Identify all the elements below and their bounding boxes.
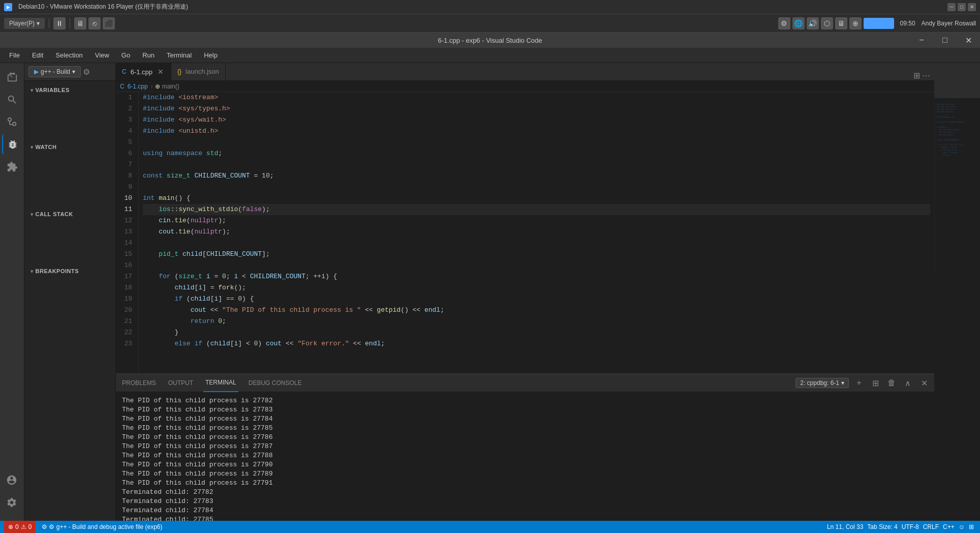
code-line-2: #include <sys/types.h> (143, 103, 930, 114)
vmware-usb-icon[interactable]: ⬡ (821, 17, 833, 29)
callstack-section-title[interactable]: ▾ CALL STACK (26, 209, 113, 219)
warning-count: 0 (28, 523, 32, 530)
menu-go[interactable]: Go (116, 49, 135, 61)
status-smiley[interactable]: ☺ (957, 521, 967, 533)
terminal-line-10: The PID of this child process is 27791 (122, 479, 928, 488)
tab-debug-console[interactable]: DEBUG CONSOLE (247, 374, 304, 392)
status-encoding[interactable]: UTF-8 (900, 521, 921, 533)
vmware-display-icon[interactable]: 🖥 (835, 17, 847, 29)
tab-cpp-close[interactable]: ✕ (157, 68, 165, 76)
tab-output[interactable]: OUTPUT (166, 374, 195, 392)
menu-view[interactable]: View (90, 49, 114, 61)
menu-help[interactable]: Help (199, 49, 223, 61)
status-language[interactable]: C++ (941, 521, 957, 533)
status-build[interactable]: ⚙ ⚙ g++ - Build and debug active file (e… (40, 521, 164, 533)
ln-17: 17 (120, 271, 134, 282)
menu-terminal[interactable]: Terminal (162, 49, 197, 61)
vscode-close-button[interactable]: ✕ (957, 33, 980, 48)
debug-sidebar: ▶ g++ - Build ▾ ⚙ ▾ VARIABLES ▾ WATCH (24, 63, 116, 521)
ln-21: 21 (120, 316, 134, 327)
activity-settings[interactable] (2, 492, 22, 513)
vscode-body: ▶ g++ - Build ▾ ⚙ ▾ VARIABLES ▾ WATCH (0, 63, 980, 521)
vmware-maximize[interactable]: □ (958, 3, 966, 11)
breakpoints-label: BREAKPOINTS (36, 268, 79, 274)
activity-extensions[interactable] (2, 157, 22, 177)
menu-selection[interactable]: Selection (50, 49, 87, 61)
vscode-maximize-button[interactable]: □ (933, 33, 957, 48)
code-line-10: int main() { (143, 193, 930, 204)
tab-problems[interactable]: PROBLEMS (120, 374, 158, 392)
gear-status-icon: ⚙ (42, 523, 47, 530)
status-lineending[interactable]: CRLF (921, 521, 941, 533)
vmware-extra-icon[interactable]: ⊕ (849, 17, 862, 29)
status-remote[interactable]: ⊞ (967, 521, 976, 533)
terminal-add-button[interactable]: + (853, 377, 865, 389)
play-icon: ▶ (34, 68, 39, 75)
code-line-1: #include <iostream> (143, 92, 930, 103)
vscode-title: 6-1.cpp - exp6 - Visual Studio Code (438, 37, 542, 44)
more-actions-icon[interactable]: ⋯ (922, 71, 930, 80)
split-editor-icon[interactable]: ⊞ (913, 71, 920, 80)
terminal-trash-button[interactable]: 🗑 (885, 377, 898, 389)
menu-run[interactable]: Run (137, 49, 160, 61)
tabsize-label: Tab Size: 4 (867, 523, 897, 530)
ln-8: 8 (120, 170, 134, 182)
activity-source-control[interactable] (2, 112, 22, 132)
code-line-15: pid_t child[CHILDREN_COUNT]; (143, 249, 930, 260)
terminal-close-button[interactable]: ✕ (918, 377, 930, 389)
full-screen: ▶ Debian10 - VMware Workstation 16 Playe… (0, 0, 980, 533)
vmware-minimize[interactable]: ─ (947, 3, 956, 11)
terminal-selector[interactable]: 2: cppdbg: 6-1 ▾ (795, 378, 849, 388)
menu-file[interactable]: File (4, 49, 25, 61)
activity-account[interactable] (2, 470, 22, 490)
menu-edit[interactable]: Edit (27, 49, 48, 61)
status-errors[interactable]: ⊗ 0 ⚠ 0 (4, 521, 36, 533)
terminal-line-9: The PID of this child process is 27789 (122, 469, 928, 479)
editor-tabs: C 6-1.cpp ✕ {} launch.json ⊞ ⋯ (116, 63, 934, 81)
vmware-network-icon[interactable]: 🌐 (792, 17, 805, 29)
tab-terminal[interactable]: TERMINAL (203, 374, 238, 392)
terminal-line-14: Terminated child: 27785 (122, 515, 928, 521)
vmware-close[interactable]: ✕ (968, 3, 976, 11)
vmware-settings-icon[interactable]: ⚙ (778, 17, 790, 29)
vscode-minimize-button[interactable]: − (910, 33, 933, 48)
vmware-sound-icon[interactable]: 🔊 (807, 17, 819, 29)
activity-debug[interactable] (2, 134, 22, 155)
code-editor[interactable]: 1 2 3 4 5 6 7 8 9 10 11 12 13 (116, 92, 934, 373)
ln-10: 10 (120, 193, 134, 204)
watch-section-title[interactable]: ▾ WATCH (26, 142, 113, 152)
vmware-titlebar: ▶ Debian10 - VMware Workstation 16 Playe… (0, 0, 980, 14)
variables-section-title[interactable]: ▾ VARIABLES (26, 85, 113, 95)
breadcrumb-file[interactable]: C (120, 83, 125, 90)
callstack-section: ▾ CALL STACK (24, 205, 115, 221)
status-tabsize[interactable]: Tab Size: 4 (865, 521, 899, 533)
vm-icon-1[interactable]: 🖥 (74, 17, 86, 29)
pause-icon[interactable]: ⏸ (53, 17, 66, 29)
error-icon: ⊗ (8, 523, 13, 530)
debug-gear-button[interactable]: ⚙ (83, 67, 90, 77)
status-position[interactable]: Ln 11, Col 33 (825, 521, 865, 533)
tab-cpp[interactable]: C 6-1.cpp ✕ (116, 63, 171, 80)
vm-icon-3[interactable]: ⬛ (103, 17, 115, 29)
code-line-22: } (143, 327, 930, 338)
breadcrumb-symbol[interactable]: ⊕ (155, 83, 160, 90)
code-content[interactable]: #include <iostream> #include <sys/types.… (139, 92, 934, 373)
activity-explorer[interactable] (2, 67, 22, 87)
terminal-split-button[interactable]: ⊞ (869, 377, 881, 389)
code-line-14 (143, 238, 930, 249)
ln-1: 1 (120, 92, 134, 103)
debug-run-button[interactable]: ▶ g++ - Build ▾ (28, 66, 81, 77)
terminal-selector-label: 2: cppdbg: 6-1 (800, 379, 839, 387)
terminal-maximize-button[interactable]: ∧ (902, 377, 914, 389)
vm-icon-2[interactable]: ⎋ (88, 17, 101, 29)
breakpoints-section-title[interactable]: ▾ BREAKPOINTS (26, 266, 113, 276)
code-line-20: cout << "The PID of this child process i… (143, 305, 930, 316)
terminal-content[interactable]: The PID of this child process is 27782 T… (116, 392, 934, 521)
player-menu-button[interactable]: Player(P) ▾ (4, 18, 45, 29)
minimap-toolbar-area (934, 63, 980, 99)
activity-search[interactable] (2, 90, 22, 110)
tab-cpp-label: 6-1.cpp (131, 68, 152, 76)
ln-9: 9 (120, 182, 134, 193)
warning-icon: ⚠ (21, 523, 26, 530)
tab-json[interactable]: {} launch.json (171, 63, 226, 80)
